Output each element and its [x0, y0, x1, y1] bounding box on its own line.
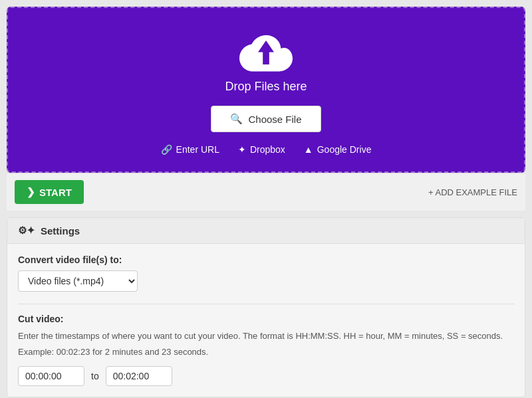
dropbox-link[interactable]: ✦ Dropbox [238, 144, 285, 155]
enter-url-link[interactable]: 🔗 Enter URL [161, 144, 219, 155]
top-toolbar: ❯ START + ADD EXAMPLE FILE [7, 173, 525, 211]
settings-panel: ⚙✦ Settings Convert video file(s) to: Vi… [7, 217, 525, 397]
cut-video-desc: Enter the timestamps of where you want t… [18, 330, 514, 343]
link-options: 🔗 Enter URL ✦ Dropbox ▲ Google Drive [161, 144, 372, 155]
time-inputs: to [18, 366, 514, 386]
start-label: START [39, 187, 72, 198]
settings-title: Settings [41, 225, 80, 237]
google-drive-icon: ▲ [304, 144, 313, 155]
convert-label: Convert video file(s) to: [18, 254, 514, 265]
settings-body: Convert video file(s) to: Video files (*… [7, 244, 525, 397]
cut-video-title: Cut video: [18, 314, 514, 324]
add-example-link[interactable]: + ADD EXAMPLE FILE [428, 187, 517, 197]
convert-group: Convert video file(s) to: Video files (*… [18, 254, 514, 292]
to-label: to [91, 371, 99, 381]
cut-video-example: Example: 00:02:23 for 2 minutes and 23 s… [18, 347, 514, 357]
time-to-input[interactable] [106, 366, 172, 386]
cut-video-section: Cut video: Enter the timestamps of where… [18, 304, 514, 386]
enter-url-label: Enter URL [176, 144, 219, 155]
gear-icon: ⚙✦ [18, 225, 35, 237]
google-drive-label: Google Drive [317, 144, 372, 155]
drop-zone[interactable]: Drop Files here 🔍 Choose File 🔗 Enter UR… [7, 7, 525, 173]
search-icon: 🔍 [230, 113, 243, 125]
google-drive-link[interactable]: ▲ Google Drive [304, 144, 372, 155]
dropbox-label: Dropbox [250, 144, 285, 155]
start-button-top[interactable]: ❯ START [15, 180, 84, 204]
drop-files-text: Drop Files here [225, 80, 307, 94]
cloud-upload-icon [239, 28, 293, 74]
dropbox-icon: ✦ [238, 144, 246, 155]
choose-file-button[interactable]: 🔍 Choose File [211, 106, 321, 132]
settings-header: ⚙✦ Settings [7, 218, 525, 244]
time-from-input[interactable] [18, 366, 84, 386]
choose-file-label: Choose File [248, 114, 301, 125]
link-icon: 🔗 [161, 144, 172, 155]
convert-select[interactable]: Video files (*.mp4) Video files (*.avi) … [18, 270, 138, 292]
chevron-right-icon: ❯ [27, 186, 35, 198]
